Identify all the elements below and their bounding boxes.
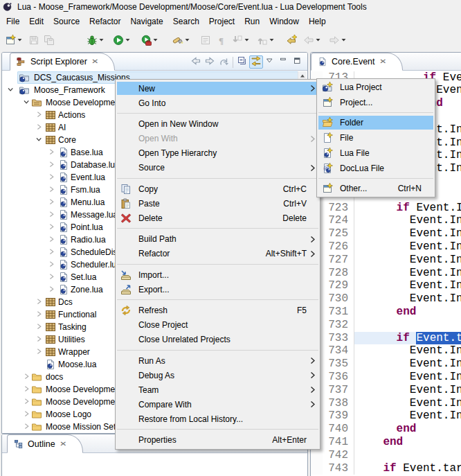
debug-button-dropdown-icon[interactable]	[99, 38, 105, 42]
context-menu-item-open-type-hierarchy[interactable]: Open Type Hierarchy	[116, 146, 320, 161]
submenu-item-file[interactable]: File	[317, 130, 435, 146]
code-line-739[interactable]: 739 Event.IniCategory = Event.IniDCSUnit…	[311, 409, 461, 423]
context-menu-item-close-project[interactable]: Close Project	[116, 318, 320, 333]
expander-expanded-icon[interactable]	[22, 98, 32, 107]
code-line-740[interactable]: 740 end	[311, 423, 461, 436]
expander-collapsed-icon[interactable]	[47, 272, 57, 282]
expander-collapsed-icon[interactable]	[22, 422, 32, 432]
close-icon[interactable]: ✕	[60, 441, 66, 448]
code-line-735[interactable]: 735 Event.IniDCSUnitName = Event.IniDCSU…	[311, 358, 461, 371]
expander-collapsed-icon[interactable]	[47, 210, 57, 220]
code-line-728[interactable]: 728 Event.IniCategory = Event.IniDCSUnit…	[311, 267, 461, 280]
new-wizard-button[interactable]	[4, 34, 16, 46]
expander-collapsed-icon[interactable]	[35, 110, 44, 120]
previous-annotation-button[interactable]	[256, 34, 268, 46]
code-line-730[interactable]: 730 Event.IniGroupName = Event.IniDCSUni…	[311, 292, 461, 306]
menubar-item-file[interactable]: File	[1, 15, 24, 28]
open-element-button[interactable]	[199, 34, 211, 46]
expander-collapsed-icon[interactable]	[22, 409, 32, 419]
context-menu-item-team[interactable]: Team	[116, 382, 320, 397]
code-line-738[interactable]: 738 Event.IniCoalition = Event.IniDCSUni…	[311, 397, 461, 410]
last-edit-location-button[interactable]	[285, 34, 297, 46]
back-button-dropdown-icon[interactable]	[316, 38, 322, 42]
context-menu-item-run-as[interactable]: Run As	[116, 353, 320, 368]
expander-collapsed-icon[interactable]	[35, 310, 44, 319]
run-last-tool-button-dropdown-icon[interactable]	[153, 38, 159, 42]
context-menu-item-build-path[interactable]: Build Path	[116, 232, 320, 247]
expander-collapsed-icon[interactable]	[47, 173, 57, 182]
menubar-item-help[interactable]: Help	[304, 15, 331, 28]
back-button[interactable]	[302, 34, 314, 46]
code-line-733[interactable]: 733 if Event.target then	[311, 332, 461, 345]
close-icon[interactable]: ✕	[379, 58, 386, 65]
code-line-732[interactable]: 732	[311, 319, 461, 332]
submenu-item-lua-file[interactable]: Lua File	[317, 146, 435, 161]
submenu-item-project[interactable]: Project...	[317, 95, 435, 110]
expander-collapsed-icon[interactable]	[35, 123, 44, 132]
code-line-741[interactable]: 741 end	[311, 436, 461, 449]
next-annotation-button[interactable]	[231, 34, 243, 46]
code-line-723[interactable]: 723 if Event.IniDCSUnit then	[311, 202, 461, 215]
link-with-editor-button[interactable]	[249, 55, 263, 69]
expander-collapsed-icon[interactable]	[47, 235, 57, 245]
context-menu-item-go-into[interactable]: Go Into	[116, 96, 320, 110]
expander-collapsed-icon[interactable]	[22, 385, 32, 394]
expander-expanded-icon[interactable]	[35, 135, 44, 145]
save-button[interactable]	[28, 34, 39, 46]
expander-collapsed-icon[interactable]	[22, 372, 32, 382]
debug-button[interactable]	[86, 34, 98, 46]
expander-collapsed-icon[interactable]	[35, 347, 44, 357]
menubar-item-run[interactable]: Run	[239, 15, 264, 28]
submenu-item-lua-project[interactable]: Lua Project	[317, 80, 435, 95]
forward-button[interactable]	[328, 34, 340, 46]
tab-core-event[interactable]: Core.Event ✕	[311, 53, 403, 71]
submenu-item-doclua-file[interactable]: @DocLua File	[317, 161, 435, 176]
context-menu-item-import[interactable]: Import...	[116, 267, 320, 282]
submenu-item-other[interactable]: Other...Ctrl+N	[317, 181, 435, 196]
forward-button[interactable]	[203, 55, 217, 69]
run-last-tool-button[interactable]	[140, 34, 152, 46]
previous-annotation-button-dropdown-icon[interactable]	[269, 38, 275, 42]
context-menu-item-close-unrelated-projects[interactable]: Close Unrelated Projects	[116, 333, 320, 347]
back-button[interactable]	[189, 55, 203, 69]
forward-button-dropdown-icon[interactable]	[341, 38, 347, 42]
code-line-737[interactable]: 737 Event.IniUnit = UNIT:FindByName( Eve…	[311, 384, 461, 397]
context-menu-item-debug-as[interactable]: Debug As	[116, 368, 320, 382]
context-menu-item-refresh[interactable]: RefreshF5	[116, 303, 320, 318]
expander-collapsed-icon[interactable]	[47, 185, 57, 195]
expander-collapsed-icon[interactable]	[47, 160, 57, 170]
new-wizard-button-dropdown-icon[interactable]	[17, 38, 24, 42]
expander-collapsed-icon[interactable]	[35, 335, 44, 344]
external-tools-button[interactable]	[172, 34, 183, 46]
view-menu-button[interactable]	[263, 55, 277, 69]
code-line-727[interactable]: 727 Event.IniCoalition = Event.IniDCSUni…	[311, 254, 461, 267]
menubar-item-project[interactable]: Project	[204, 15, 239, 28]
menubar-item-search[interactable]: Search	[168, 15, 204, 28]
expander-collapsed-icon[interactable]	[47, 285, 57, 294]
code-line-734[interactable]: 734 Event.IniDCSUnit = Event.target	[311, 344, 461, 358]
context-menu-item-source[interactable]: Source	[116, 161, 320, 175]
code-line-729[interactable]: 729 Event.IniTypeName = Event.IniDCSUnit…	[311, 279, 461, 292]
menubar-item-window[interactable]: Window	[264, 15, 304, 28]
run-button-dropdown-icon[interactable]	[125, 38, 132, 42]
maximize-button[interactable]	[291, 55, 305, 69]
menubar-item-refactor[interactable]: Refactor	[84, 15, 125, 28]
expander-collapsed-icon[interactable]	[47, 247, 57, 257]
expander-collapsed-icon[interactable]	[47, 197, 57, 207]
tab-script-explorer[interactable]: Script Explorer ✕	[10, 53, 115, 71]
save-all-button[interactable]	[43, 34, 55, 46]
show-whitespace-button[interactable]: ¶	[215, 34, 227, 46]
menubar-item-source[interactable]: Source	[48, 15, 84, 28]
context-menu-item-export[interactable]: Export...	[116, 282, 320, 297]
expander-collapsed-icon[interactable]	[47, 148, 57, 157]
context-menu-item-paste[interactable]: PasteCtrl+V	[116, 196, 320, 211]
context-menu-item-new[interactable]: New	[116, 81, 320, 96]
code-line-743[interactable]: 743 if Event.target then	[311, 462, 461, 475]
expander-collapsed-icon[interactable]	[35, 322, 44, 332]
context-menu-item-open-in-new-window[interactable]: Open in New Window	[116, 117, 320, 132]
context-menu-item-compare-with[interactable]: Compare With	[116, 397, 320, 412]
code-line-736[interactable]: 736 Event.IniUnitName = Event.IniDCSUnit…	[311, 371, 461, 384]
code-line-726[interactable]: 726 Event.IniUnit = UNIT:FindByName( Eve…	[311, 240, 461, 254]
run-button[interactable]	[112, 34, 124, 46]
expander-collapsed-icon[interactable]	[47, 260, 57, 270]
